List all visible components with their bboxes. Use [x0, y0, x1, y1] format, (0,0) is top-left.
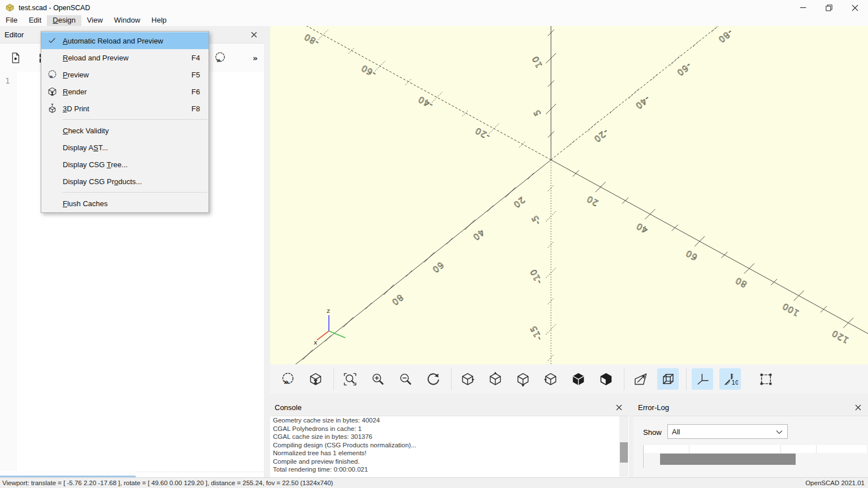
right-area: 20406080100120-20-40-60-8020406080-20-40… [270, 26, 868, 477]
show-axes-button[interactable] [692, 368, 713, 390]
view-left-button[interactable] [540, 368, 561, 390]
view-top-button[interactable] [484, 368, 506, 390]
axis-tick-label: 120 [830, 328, 850, 345]
view-bottom-button[interactable] [512, 368, 533, 390]
zoom-in-button[interactable] [367, 368, 388, 390]
errorlog-table-header [643, 445, 867, 453]
view-back-icon [598, 372, 614, 387]
menu-separator [63, 119, 207, 120]
menu-design[interactable]: Design [47, 15, 81, 26]
window-title: test.scad - OpenSCAD [19, 4, 90, 12]
menu-item-flush-caches[interactable]: Flush Caches [41, 195, 209, 212]
preview-button[interactable]: » [211, 49, 228, 66]
menu-item-label: Render [63, 88, 192, 96]
openscad-logo-icon [5, 3, 15, 12]
show-axes-icon [695, 372, 710, 387]
menu-item-render[interactable]: RenderF6 [41, 83, 209, 100]
menu-item-label: Display CSG Products... [63, 177, 209, 186]
console-line: Normalized tree has 1 elements! [270, 449, 629, 457]
menu-window[interactable]: Window [108, 15, 146, 26]
zoom-out-button[interactable] [394, 368, 416, 390]
orthographic-button[interactable] [657, 368, 679, 390]
console-panel: Console Geometry cache size in bytes: 40… [270, 399, 629, 477]
axis-tick-label: 100 [780, 300, 801, 318]
new-file-icon [9, 51, 22, 64]
console-close-icon[interactable] [614, 402, 624, 412]
3d-viewport[interactable]: 20406080100120-20-40-60-8020406080-20-40… [270, 26, 868, 364]
menu-help[interactable]: Help [146, 15, 172, 26]
axis-tick-label: -40 [633, 94, 652, 111]
menu-item-display-csg-tree[interactable]: Display CSG Tree... [41, 156, 209, 173]
perspective-button[interactable] [630, 368, 651, 390]
axis-tick-label: -80 [302, 32, 321, 48]
overflow-button[interactable]: » [249, 49, 266, 66]
gizmo-label-x: x [314, 339, 318, 346]
menu-item-label: Display CSG Tree... [63, 160, 209, 169]
menu-item-label: Check Validity [63, 127, 209, 135]
menu-item-check-validity[interactable]: Check Validity [41, 122, 209, 139]
design-menu-popup: Automatic Reload and PreviewReload and P… [41, 31, 209, 213]
menu-view[interactable]: View [81, 15, 108, 26]
menu-item-automatic-reload-and-preview[interactable]: Automatic Reload and Preview [41, 32, 209, 49]
console-errorlog-splitter[interactable] [629, 399, 633, 477]
console-output[interactable]: Geometry cache size in bytes: 40024CGAL … [270, 416, 629, 477]
axis-tick-label: -20 [473, 125, 492, 142]
console-line: CGAL Polyhedrons in cache: 1 [270, 425, 629, 433]
preview-button[interactable]: » [277, 368, 298, 390]
view-top-icon [488, 372, 503, 387]
vertical-splitter[interactable] [264, 26, 270, 477]
errorlog-hscroll-thumb[interactable] [660, 454, 796, 465]
menu-item-label: Automatic Reload and Preview [63, 37, 209, 45]
editor-horizontal-scrollbar[interactable] [0, 472, 264, 477]
checkmark-icon [41, 36, 63, 45]
axis-tick-label: 60 [684, 248, 699, 263]
errorlog-title: Error-Log [638, 403, 669, 412]
menu-edit[interactable]: Edit [23, 15, 47, 26]
toolbar-separator [451, 368, 452, 390]
menu-item-display-csg-products[interactable]: Display CSG Products... [41, 173, 209, 190]
view-front-button[interactable] [567, 368, 589, 390]
console-scroll-thumb[interactable] [620, 442, 628, 463]
reset-view-button[interactable] [422, 368, 444, 390]
view-all-button[interactable] [755, 368, 776, 390]
console-scrollbar[interactable] [619, 416, 628, 477]
gizmo-axis [317, 331, 329, 340]
errorlog-filter-dropdown[interactable]: All [667, 424, 788, 439]
menu-item-shortcut: F4 [192, 54, 200, 62]
show-scale-markers-icon: 10 [723, 372, 738, 387]
svg-text:10: 10 [731, 380, 737, 386]
version-text: OpenSCAD 2021.01 [805, 480, 865, 486]
zoom-all-button[interactable] [339, 368, 361, 390]
errorlog-header: Error-Log [633, 399, 868, 416]
render-icon [308, 372, 323, 387]
editor-hscroll-thumb[interactable] [0, 471, 136, 477]
axis-tick-label: -20 [592, 127, 610, 144]
restore-button[interactable] [816, 0, 842, 15]
menu-item-display-ast[interactable]: Display AST... [41, 139, 209, 156]
preview-icon: » [280, 372, 296, 387]
render-button[interactable] [305, 368, 326, 390]
menu-item-3d-print[interactable]: 3D PrintF8 [41, 100, 209, 117]
axis-tick-label: 80 [389, 292, 405, 307]
menu-file[interactable]: File [0, 15, 23, 26]
show-scale-markers-button[interactable]: 10 [719, 368, 741, 390]
minimize-button[interactable] [790, 0, 816, 15]
menu-item-preview[interactable]: »PreviewF5 [41, 66, 209, 83]
editor-close-icon[interactable] [249, 29, 259, 40]
close-window-button[interactable] [842, 0, 868, 15]
axis-tick-label: -40 [416, 94, 435, 110]
axis-tick-label: 20 [585, 193, 600, 208]
viewport-status-text: Viewport: translate = [ -5.76 2.20 -17.6… [2, 480, 333, 486]
view-right-button[interactable] [457, 368, 478, 390]
menu-item-reload-and-preview[interactable]: Reload and PreviewF4 [41, 49, 209, 66]
axis-tick-label: 60 [430, 260, 446, 275]
new-file-button[interactable] [7, 49, 24, 66]
chevron-down-icon [776, 428, 783, 436]
console-line: Geometry cache size in bytes: 40024 [270, 416, 629, 425]
view-bottom-icon [515, 372, 531, 387]
status-bar: Viewport: translate = [ -5.76 2.20 -17.6… [0, 477, 868, 488]
axis-tick-label: 5 [531, 107, 543, 117]
view-back-button[interactable] [595, 368, 617, 390]
errorlog-close-icon[interactable] [853, 402, 863, 412]
toolbar-separator [624, 368, 624, 390]
